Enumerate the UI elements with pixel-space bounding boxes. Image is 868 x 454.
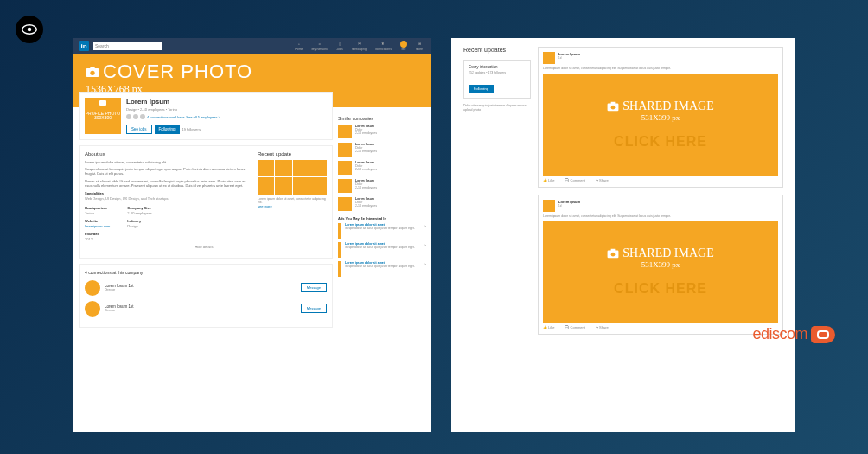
nav-more[interactable]: ⊞More <box>412 41 426 51</box>
website-link[interactable]: loremipsum.com <box>85 224 110 228</box>
comment-button[interactable]: 💬 Comment <box>565 325 584 329</box>
nav-home[interactable]: ⌂Home <box>291 41 306 51</box>
avatar <box>126 114 131 119</box>
following-button[interactable]: Following <box>155 125 180 134</box>
chevron-right-icon: › <box>424 261 426 266</box>
company-thumb <box>338 179 352 193</box>
header-nav: ⌂Home ☺My Network ▯Jobs ✉Messaging ♜Noti… <box>291 41 426 51</box>
hq-value: Torino <box>85 211 110 215</box>
message-button[interactable]: Message <box>301 304 327 313</box>
share-button[interactable]: ↪ Share <box>596 325 609 329</box>
similar-companies-heading: Similar companies <box>338 116 426 121</box>
interaction-meta: 252 updates • 173 followers <box>469 71 526 74</box>
ediscom-icon <box>811 326 835 343</box>
corner-logo <box>16 16 43 43</box>
recent-updates-panel: Recent updates Every interaction 252 upd… <box>451 38 795 432</box>
post-description: Lorem ipsum dolor sit amet, consectetur … <box>543 67 778 71</box>
shared-image[interactable]: SHARED IMAGE 531X399 px CLICK HERE <box>543 221 778 323</box>
about-text: Donec sit aliquet nibh. Ut sed posuere m… <box>85 179 251 188</box>
ad-row[interactable]: Lorem ipsum dolor sit ametSuspendisse at… <box>338 223 426 239</box>
profile-photo[interactable]: PROFILE PHOTO 300X300 <box>85 98 121 134</box>
company-tagline: Design • 2-10 employees • Torino <box>126 107 220 112</box>
post-card: Lorem Ipsum1d Lorem ipsum dolor sit amet… <box>538 47 783 188</box>
about-text: Lorem ipsum dolor sit met, consectetur a… <box>85 160 251 164</box>
nav-jobs[interactable]: ▯Jobs <box>333 41 347 51</box>
connection-row: Lorem Ipsum 1stDirector Message <box>85 301 327 317</box>
ad-row[interactable]: Lorem ipsum dolor sit ametSuspendisse at… <box>338 242 426 258</box>
similar-company-row[interactable]: Lorem IpsumDolor2-10 employees <box>338 161 426 175</box>
like-button[interactable]: 👍 Like <box>543 325 554 329</box>
recent-updates-heading: Recent updates <box>463 47 531 53</box>
post-card: Lorem Ipsum1d Lorem ipsum dolor sit amet… <box>538 195 783 336</box>
website-label: Website <box>85 219 110 223</box>
similar-company-row[interactable]: Lorem IpsumDolor2-10 employees <box>338 125 426 138</box>
search-input[interactable]: Search <box>93 42 162 50</box>
about-text: Suspendisse at lacus quis justo tempor a… <box>85 167 251 176</box>
ediscom-logo: ediscom <box>752 325 835 343</box>
connections-text: 4 connections work here <box>147 115 184 119</box>
company-thumb <box>338 143 352 157</box>
profile-card: PROFILE PHOTO 300X300 Lorem Ipsum Design… <box>79 92 333 140</box>
following-button[interactable]: Following <box>469 85 494 93</box>
svg-point-4 <box>90 71 94 75</box>
linkedin-header: in Search ⌂Home ☺My Network ▯Jobs ✉Messa… <box>73 38 431 54</box>
see-more-link[interactable]: see more <box>258 204 327 208</box>
nav-notifications[interactable]: ♜Notifications <box>372 41 395 51</box>
thumbnail-grid[interactable] <box>258 160 327 195</box>
see-all-employees-link[interactable]: See all 5 employees > <box>186 115 220 119</box>
size-label: Company Size <box>127 206 151 210</box>
interaction-card: Every interaction 252 updates • 173 foll… <box>463 60 531 99</box>
svg-point-7 <box>611 105 616 109</box>
avatar[interactable] <box>85 280 100 296</box>
nav-network[interactable]: ☺My Network <box>309 41 331 51</box>
connections-heading: 4 connections at this company <box>85 270 327 275</box>
svg-rect-3 <box>90 67 94 69</box>
specialities-value: Web Design, UI Design, UX Design, and Te… <box>85 196 251 201</box>
similar-company-row[interactable]: Lorem IpsumDolor2-10 employees <box>338 179 426 193</box>
post-avatar[interactable] <box>543 52 555 64</box>
specialities-label: Specialities <box>85 191 251 195</box>
connection-role: Director <box>105 309 297 312</box>
linkedin-company-page: in Search ⌂Home ☺My Network ▯Jobs ✉Messa… <box>73 38 431 432</box>
see-jobs-button[interactable]: See jobs <box>126 125 152 134</box>
comment-button[interactable]: 💬 Comment <box>565 178 584 182</box>
industry-label: Industry <box>127 219 151 223</box>
avatar <box>133 114 138 119</box>
company-thumb <box>338 125 352 138</box>
ad-row[interactable]: Lorem ipsum dolor sit ametSuspendisse at… <box>338 261 426 277</box>
followers-count: 19 followers <box>182 127 201 131</box>
similar-company-row[interactable]: Lorem IpsumDolor2-10 employees <box>338 197 426 211</box>
company-thumb <box>338 197 352 211</box>
recent-update-text: Lorem ipsum dolor sit amet, consectetur … <box>258 197 327 204</box>
post-author[interactable]: Lorem Ipsum <box>558 200 580 204</box>
post-avatar[interactable] <box>543 200 555 212</box>
nav-me[interactable]: Me <box>397 41 411 51</box>
post-author[interactable]: Lorem Ipsum <box>558 52 580 56</box>
founded-value: 2012 <box>85 237 110 241</box>
chevron-right-icon: › <box>424 242 426 247</box>
connection-role: Director <box>105 288 297 291</box>
connections-card: 4 connections at this company Lorem Ipsu… <box>79 264 333 328</box>
recent-update-heading: Recent update <box>258 151 327 157</box>
svg-point-1 <box>28 28 32 32</box>
shared-image[interactable]: SHARED IMAGE 531X399 px CLICK HERE <box>543 74 778 176</box>
founded-label: Founded <box>85 232 110 236</box>
company-name: Lorem Ipsum <box>126 98 220 106</box>
interaction-title: Every interaction <box>469 65 526 69</box>
post-description: Lorem ipsum dolor sit amet, consectetur … <box>543 214 778 219</box>
svg-point-10 <box>611 253 616 257</box>
similar-company-row[interactable]: Lorem IpsumDolor2-10 employees <box>338 143 426 157</box>
interaction-mini-text: Dolor sit nam quis justo tempor aliquam … <box>463 104 531 112</box>
like-button[interactable]: 👍 Like <box>543 178 554 182</box>
about-heading: About us <box>85 151 251 157</box>
chevron-right-icon: › <box>424 223 426 228</box>
avatar[interactable] <box>85 301 100 317</box>
svg-rect-6 <box>611 101 616 103</box>
message-button[interactable]: Message <box>301 283 327 292</box>
nav-messaging[interactable]: ✉Messaging <box>348 41 370 51</box>
share-button[interactable]: ↪ Share <box>596 178 609 182</box>
linkedin-logo-icon[interactable]: in <box>79 41 89 51</box>
ads-heading: Ads You May Be Interested In <box>338 216 426 221</box>
svg-rect-9 <box>611 249 616 251</box>
hide-details-toggle[interactable]: Hide details ⌃ <box>85 241 327 253</box>
